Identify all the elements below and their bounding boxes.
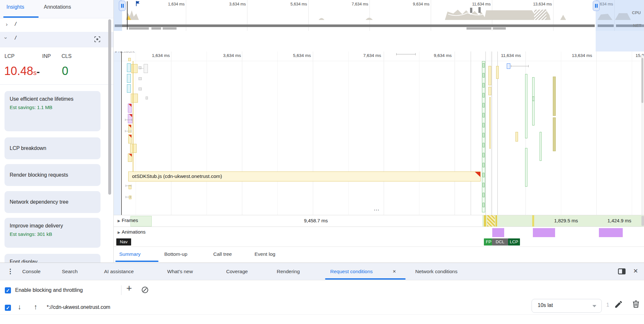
- activity-chip[interactable]: [483, 193, 485, 197]
- network-request-bar[interactable]: [139, 88, 142, 90]
- drawer-tab-rendering[interactable]: Rendering: [277, 264, 300, 279]
- block-icon[interactable]: [142, 287, 148, 293]
- drawer-tab-search[interactable]: Search: [62, 264, 78, 279]
- network-request-bar[interactable]: [131, 64, 138, 73]
- animation-bar[interactable]: [492, 228, 504, 237]
- drawer-tab-network-conditions[interactable]: Network conditions: [415, 264, 457, 279]
- zoom-to-region-icon[interactable]: [94, 36, 101, 44]
- tab-insights[interactable]: Insights: [6, 4, 24, 10]
- nav-marker-chip[interactable]: Nav: [116, 238, 131, 245]
- network-request-bar[interactable]: [127, 63, 131, 72]
- overview-right-handle[interactable]: [593, 1, 600, 11]
- screenshot-filmstrip[interactable]: [114, 31, 644, 52]
- activity-chip[interactable]: [483, 83, 485, 88]
- network-request-bar[interactable]: [144, 64, 148, 73]
- network-request-bar[interactable]: [139, 66, 141, 69]
- animations-track[interactable]: ▶ Animations: [114, 227, 644, 238]
- insight-set-row-expanded[interactable]: › /: [0, 32, 113, 47]
- tab-call-tree[interactable]: Call tree: [213, 247, 232, 262]
- network-request-bar-otsdkstub[interactable]: otSDKStub.js (cdn-ukwest.onetrust.com): [128, 171, 481, 181]
- flag-marker-icon[interactable]: [136, 1, 140, 7]
- enable-blocking-checkbox[interactable]: ✓: [5, 287, 11, 293]
- chart-scrollbar[interactable]: [641, 55, 644, 215]
- activity-bar[interactable]: [489, 97, 491, 149]
- metric-lcp-value[interactable]: 10.48s-: [4, 64, 40, 78]
- activity-chip[interactable]: [483, 203, 485, 207]
- overview-left-handle[interactable]: [119, 1, 126, 11]
- chevron-right-icon[interactable]: ›: [6, 21, 8, 28]
- activity-bar[interactable]: [496, 66, 499, 79]
- network-request-bar[interactable]: [130, 144, 137, 153]
- activity-bar[interactable]: [488, 87, 491, 95]
- activity-chip[interactable]: [483, 113, 485, 117]
- network-request-bar[interactable]: [127, 84, 131, 93]
- move-down-icon[interactable]: ↓: [18, 303, 21, 311]
- chevron-down-icon[interactable]: ›: [3, 37, 9, 39]
- drawer-tab-ai-assistance[interactable]: AI assistance: [104, 264, 134, 279]
- activity-chip[interactable]: [483, 133, 485, 137]
- activity-chip[interactable]: [483, 143, 485, 147]
- sidebar-scrollbar[interactable]: [108, 19, 111, 195]
- activity-chip[interactable]: [483, 103, 485, 107]
- timeline-overview[interactable]: 1,634 ms3,634 ms5,634 ms7,634 ms9,634 ms…: [114, 0, 644, 31]
- activity-bar[interactable]: [553, 77, 556, 116]
- activity-bar[interactable]: [488, 66, 491, 85]
- add-pattern-icon[interactable]: +: [126, 283, 132, 294]
- drawer-menu-icon[interactable]: ⋮: [7, 267, 14, 275]
- drawer-tab-console[interactable]: Console: [22, 264, 41, 279]
- pattern-checkbox[interactable]: ✓: [5, 305, 11, 311]
- tab-summary[interactable]: Summary: [119, 247, 140, 262]
- move-up-icon[interactable]: ↑: [34, 303, 37, 311]
- insight-card[interactable]: Render blocking requests: [5, 164, 101, 186]
- network-request-bar[interactable]: [128, 58, 131, 61]
- activity-bar[interactable]: [553, 117, 556, 151]
- activity-chip[interactable]: [483, 123, 485, 127]
- tab-bottom-up[interactable]: Bottom-up: [164, 247, 187, 262]
- activity-bar[interactable]: [507, 63, 510, 69]
- network-request-bar[interactable]: [128, 153, 132, 162]
- insight-card[interactable]: Improve image deliveryEst savings: 301 k…: [5, 218, 101, 248]
- insight-card[interactable]: Network dependency tree: [5, 191, 101, 213]
- overflow-dots[interactable]: ⋯: [374, 207, 380, 213]
- network-request-bar[interactable]: [131, 94, 138, 103]
- tab-event-log[interactable]: Event log: [255, 247, 275, 262]
- animation-bar[interactable]: [533, 228, 555, 237]
- delete-pattern-icon[interactable]: [631, 300, 640, 310]
- flame-chart[interactable]: 1,634 ms3,634 ms5,634 ms7,634 ms9,634 ms…: [114, 51, 644, 215]
- tab-annotations[interactable]: Annotations: [44, 4, 71, 10]
- dcl-marker-chip[interactable]: DCL: [492, 238, 508, 245]
- network-track-label[interactable]: ▸ Network: [115, 51, 135, 54]
- activity-chip[interactable]: [483, 183, 485, 187]
- frames-track[interactable]: ▶ Frames 9,458.7 ms 1,829.5 ms 1,424.9 m…: [114, 215, 644, 227]
- activity-bar[interactable]: [525, 148, 527, 187]
- pattern-url[interactable]: *://cdn-ukwest.onetrust.com: [47, 304, 110, 310]
- activity-bar[interactable]: [532, 97, 534, 101]
- drawer-tab-request-conditions[interactable]: Request conditions: [330, 264, 373, 279]
- insight-card[interactable]: Font display: [5, 254, 101, 263]
- network-request-bar[interactable]: [146, 97, 148, 99]
- network-request-bar[interactable]: [128, 134, 132, 143]
- split-panel-icon[interactable]: [618, 268, 626, 276]
- drawer-tab-what-s-new[interactable]: What's new: [167, 264, 193, 279]
- edit-pattern-icon[interactable]: [614, 300, 623, 310]
- activity-chip[interactable]: [483, 153, 485, 157]
- activity-bar[interactable]: [540, 132, 542, 161]
- network-request-bar[interactable]: [129, 196, 131, 199]
- activity-bar[interactable]: [532, 77, 534, 125]
- activity-chip[interactable]: [483, 63, 485, 68]
- activity-bar[interactable]: [515, 132, 518, 142]
- network-request-bar[interactable]: [128, 104, 132, 113]
- activity-bar[interactable]: [525, 74, 527, 138]
- network-request-bar[interactable]: [139, 77, 142, 80]
- animation-bar[interactable]: [599, 228, 623, 237]
- activity-chip[interactable]: [483, 93, 485, 97]
- activity-chip[interactable]: [483, 163, 485, 167]
- animations-track-label[interactable]: ▶ Animations: [118, 229, 146, 235]
- activity-chip[interactable]: [483, 173, 485, 177]
- frames-track-label[interactable]: ▶ Frames: [118, 218, 138, 223]
- network-request-bar[interactable]: [127, 74, 131, 83]
- close-drawer-icon[interactable]: ×: [633, 266, 638, 275]
- lcp-marker-chip[interactable]: LCP: [508, 238, 520, 245]
- metric-cls-value[interactable]: 0: [62, 64, 68, 78]
- fp-marker-chip[interactable]: FP: [484, 238, 492, 245]
